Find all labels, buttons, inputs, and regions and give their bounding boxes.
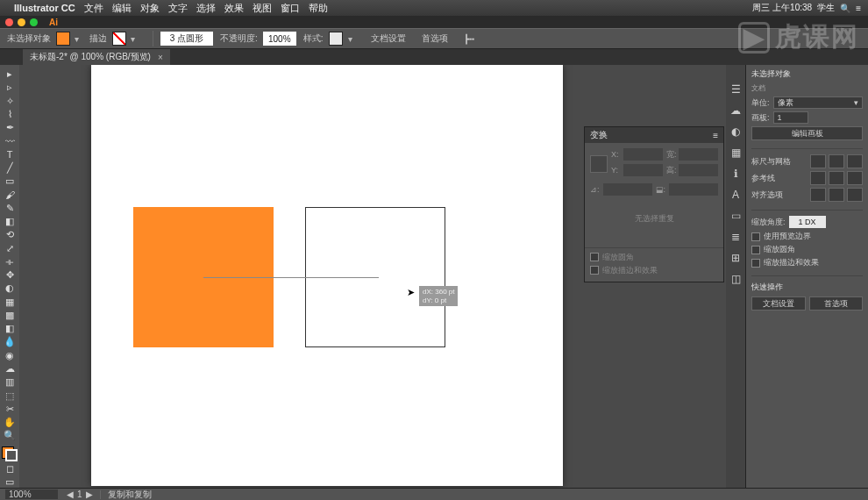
hand-tool[interactable]: ✋ [2,417,18,428]
fill-swatch[interactable] [56,32,70,46]
guides-btn1[interactable] [810,171,826,185]
zoom-tool[interactable]: 🔍 [2,430,18,441]
properties-icon[interactable]: ☰ [729,82,743,96]
doc-tab[interactable]: 未标题-2* @ 100% (RGB/预览) × [23,49,170,65]
menu-help[interactable]: 帮助 [309,2,328,15]
align-icon[interactable]: ⊞ [729,251,743,265]
check-scale-strokes[interactable]: 缩放描边和效果 [751,257,863,268]
style-swatch[interactable] [329,32,343,46]
screen-mode[interactable]: ▭ [2,476,18,488]
swatches-icon[interactable]: ▦ [729,146,743,160]
units-select[interactable]: 像素▾ [773,96,863,109]
artboard-nav-next[interactable]: ▶ [86,489,93,499]
stroke-icon[interactable]: ▭ [729,209,743,223]
check-scale-corners[interactable]: 缩放圆角 [751,244,863,255]
zoom-select[interactable]: 100% [5,489,58,499]
w-field[interactable] [679,148,718,161]
pathfinder-icon[interactable]: ◫ [729,272,743,286]
menu-window[interactable]: 窗口 [281,2,300,15]
menu-object[interactable]: 对象 [140,2,160,15]
magic-wand-tool[interactable]: ✧ [2,96,18,107]
rotate-tool[interactable]: ⟲ [2,229,18,240]
menu-icon[interactable]: ≡ [856,4,861,13]
shaper-tool[interactable]: ✎ [2,203,18,214]
menu-view[interactable]: 视图 [253,2,272,15]
shape-builder-tool[interactable]: ◐ [2,282,18,294]
doc-setup-btn[interactable]: 文档设置 [371,32,406,45]
angle-field[interactable] [603,183,652,196]
panel-menu-icon[interactable]: ≡ [713,131,718,140]
stroke-dropdown[interactable]: ▾ [128,34,137,44]
quick-prefs-btn[interactable]: 首选项 [809,296,864,311]
edit-artboard-btn[interactable]: 编辑画板 [751,126,863,140]
eraser-tool[interactable]: ◧ [2,216,18,227]
y-field[interactable] [623,164,663,176]
fill-dropdown[interactable]: ▾ [72,34,81,44]
align-icon[interactable]: ┣╍ [464,34,474,44]
menu-effect[interactable]: 效果 [224,2,244,15]
artboard-tool[interactable]: ⬚ [2,389,18,401]
stroke-swatch[interactable] [112,32,126,46]
traffic-close[interactable] [5,18,13,26]
graph-tool[interactable]: ▥ [2,376,18,388]
snap-btn3[interactable] [847,188,863,202]
quick-doc-setup-btn[interactable]: 文档设置 [751,296,806,311]
transparency-grid-btn[interactable] [847,154,863,168]
reference-point[interactable] [590,155,608,173]
free-transform-tool[interactable]: ✥ [2,269,18,281]
gradient-tool[interactable]: ◧ [2,323,18,334]
traffic-max[interactable] [30,18,38,26]
perspective-tool[interactable]: ▦ [2,296,18,308]
stroke-color[interactable] [5,449,18,461]
brush-tool[interactable]: 🖌 [2,189,18,200]
snap-btn1[interactable] [810,188,826,202]
gradient-icon[interactable]: ≣ [729,230,743,244]
ruler-btn[interactable] [810,154,826,168]
symbols-icon[interactable]: A [729,188,743,202]
menu-select[interactable]: 选择 [196,2,216,15]
color-icon[interactable]: ◐ [729,125,743,139]
line-tool[interactable]: ╱ [2,162,18,174]
guides-btn2[interactable] [829,171,844,185]
stroke-weight-input[interactable]: 3 点圆形 [160,32,213,46]
scale-corner-input[interactable]: 1 DX [789,216,826,228]
x-field[interactable] [623,148,663,161]
artboard-select[interactable]: 1 [773,111,808,124]
blend-tool[interactable]: ◉ [2,350,18,361]
guides-btn3[interactable] [847,171,863,185]
brushes-icon[interactable]: ℹ [729,167,743,181]
panel-tab-transform[interactable]: 变换 ≡ [585,127,723,143]
libraries-icon[interactable]: ☁ [729,104,743,118]
pen-tool[interactable]: ✒ [2,122,18,133]
mesh-tool[interactable]: ▩ [2,310,18,321]
width-tool[interactable]: ⟛ [2,256,18,268]
eyedropper-tool[interactable]: 💧 [2,336,18,347]
canvas-area[interactable]: ➤ dX: 360 pt dY: 0 pt 变换 ≡ X:宽: Y:高: ⊿:⬓… [19,65,726,488]
h-field[interactable] [679,164,718,176]
check-preview-bounds[interactable]: 使用预览边界 [751,231,863,242]
opacity-input[interactable]: 100% [263,32,296,46]
lasso-tool[interactable]: ⌇ [2,109,18,120]
transform-panel[interactable]: 变换 ≡ X:宽: Y:高: ⊿:⬓: 无选择重复 缩放圆角 缩放描边和效果 [584,126,724,282]
color-swatches[interactable] [2,446,18,461]
draw-mode[interactable]: ◻ [2,463,18,475]
menu-file[interactable]: 文件 [84,2,103,15]
prefs-btn[interactable]: 首选项 [422,32,448,45]
direct-select-tool[interactable]: ▹ [2,82,18,93]
curvature-tool[interactable]: 〰 [2,135,18,146]
menu-type[interactable]: 文字 [168,2,188,15]
selection-tool[interactable]: ▸ [2,68,18,80]
type-tool[interactable]: T [2,149,18,161]
style-dropdown[interactable]: ▾ [346,34,355,44]
shear-field[interactable] [669,183,718,196]
slice-tool[interactable]: ✂ [2,404,18,415]
snap-btn2[interactable] [829,188,844,202]
scale-tool[interactable]: ⤢ [2,242,18,254]
app-name[interactable]: Illustrator CC [14,3,75,13]
menu-edit[interactable]: 编辑 [112,2,132,15]
rectangle-tool[interactable]: ▭ [2,175,18,187]
close-icon[interactable]: × [158,53,163,62]
artboard-nav-prev[interactable]: ◀ [67,489,74,499]
search-icon[interactable]: 🔍 [840,4,850,13]
symbol-tool[interactable]: ☁ [2,363,18,375]
